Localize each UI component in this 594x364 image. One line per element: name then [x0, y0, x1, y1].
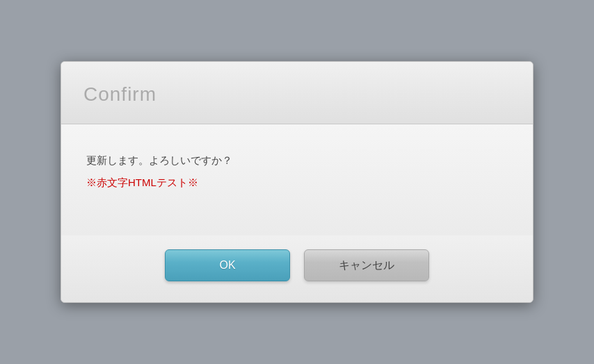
dialog-title: Confirm	[83, 83, 156, 106]
dialog-message-line2: ※赤文字HTMLテスト※	[86, 174, 508, 191]
dialog-message-line1: 更新します。よろしいですか？	[86, 152, 508, 169]
confirm-dialog: Confirm 更新します。よろしいですか？ ※赤文字HTMLテスト※ OK キ…	[61, 61, 533, 303]
ok-button[interactable]: OK	[165, 249, 290, 281]
dialog-body: 更新します。よろしいですか？ ※赤文字HTMLテスト※	[61, 124, 533, 235]
cancel-button[interactable]: キャンセル	[304, 249, 429, 281]
dialog-footer: OK キャンセル	[61, 235, 533, 302]
dialog-header: Confirm	[61, 62, 533, 124]
